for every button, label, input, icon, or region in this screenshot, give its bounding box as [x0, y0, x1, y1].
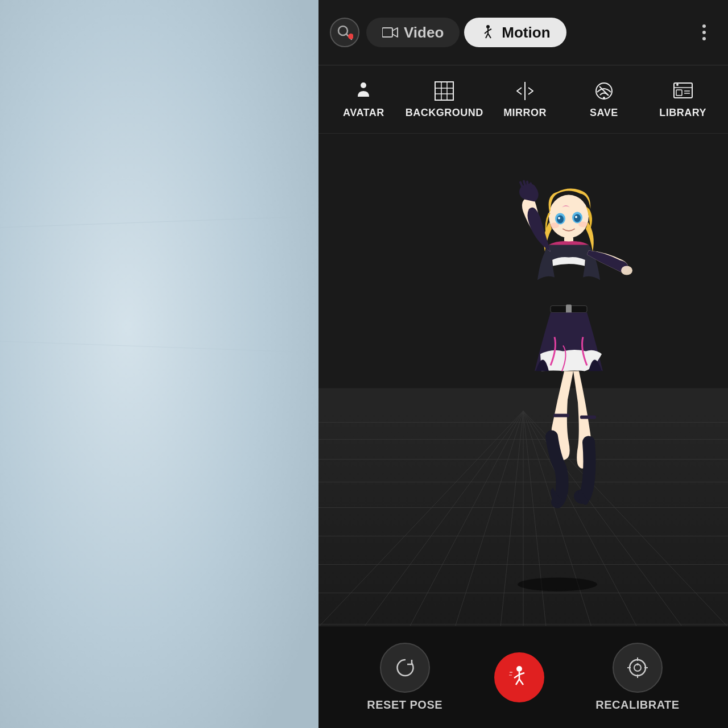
record-button[interactable]: [494, 652, 544, 702]
svg-point-58: [557, 216, 564, 224]
svg-rect-0: [0, 0, 318, 728]
mirror-label: MIRROR: [503, 107, 547, 119]
recalibrate-circle: [613, 643, 663, 693]
svg-rect-15: [435, 82, 453, 100]
record-icon: [505, 663, 533, 692]
recalibrate-label: RECALIBRATE: [595, 698, 679, 712]
avatar-tool[interactable]: AVATAR: [324, 74, 403, 125]
svg-line-12: [486, 34, 488, 38]
save-tool[interactable]: SAVE: [565, 74, 644, 125]
tab-video[interactable]: Video: [366, 18, 460, 47]
background-label: BACKGROUND: [406, 107, 483, 119]
svg-point-22: [603, 97, 605, 99]
svg-point-59: [574, 214, 581, 222]
svg-point-5: [348, 34, 353, 39]
svg-rect-6: [382, 28, 392, 37]
svg-point-60: [558, 217, 560, 220]
avatar-icon: [352, 80, 375, 102]
mirror-icon: [514, 80, 536, 102]
svg-rect-73: [553, 414, 569, 417]
library-icon: [672, 80, 694, 102]
svg-line-78: [519, 673, 524, 675]
svg-point-14: [361, 82, 366, 88]
svg-rect-74: [580, 416, 596, 419]
tab-group: Video Motion: [366, 18, 685, 47]
svg-rect-29: [318, 134, 728, 417]
library-tool[interactable]: LIBRARY: [643, 74, 722, 125]
library-label: LIBRARY: [659, 107, 706, 119]
svg-point-52: [518, 578, 597, 592]
svg-line-13: [488, 34, 491, 38]
viewport-panel: Video Motion: [318, 0, 728, 728]
toolbar: AVATAR BACKGROUND MIRROR: [318, 65, 728, 134]
svg-point-89: [636, 663, 639, 665]
search-button[interactable]: [330, 18, 359, 47]
save-label: SAVE: [590, 107, 618, 119]
svg-point-63: [578, 222, 588, 228]
svg-point-8: [486, 25, 490, 28]
recalibrate-icon: [625, 655, 650, 680]
background-icon: [433, 80, 456, 102]
tab-video-label: Video: [404, 24, 444, 42]
svg-point-75: [516, 666, 522, 672]
svg-line-79: [516, 679, 519, 685]
svg-point-55: [549, 195, 589, 238]
svg-point-61: [575, 216, 577, 218]
3d-viewport[interactable]: [318, 134, 728, 626]
motion-icon: [480, 24, 496, 40]
reset-pose-circle: [380, 643, 430, 693]
save-icon: [593, 80, 615, 102]
tab-motion-label: Motion: [502, 24, 550, 42]
svg-rect-66: [566, 305, 572, 314]
reset-icon: [392, 655, 417, 680]
camera-background: [0, 0, 318, 728]
mirror-tool[interactable]: MIRROR: [486, 74, 565, 125]
video-icon: [382, 26, 398, 39]
tab-motion[interactable]: Motion: [464, 18, 566, 47]
svg-line-80: [519, 679, 523, 685]
svg-rect-25: [676, 90, 682, 96]
svg-point-83: [630, 660, 646, 676]
reset-pose-button[interactable]: RESET POSE: [367, 643, 442, 712]
svg-point-28: [676, 84, 679, 86]
svg-point-62: [550, 223, 559, 229]
recalibrate-button[interactable]: RECALIBRATE: [595, 643, 679, 712]
search-icon: [336, 24, 353, 41]
svg-line-77: [514, 675, 519, 678]
svg-line-70: [527, 182, 528, 186]
svg-point-67: [519, 185, 531, 199]
more-options-icon: [702, 24, 706, 40]
svg-line-69: [524, 181, 525, 185]
bottom-bar: RESET POSE: [318, 626, 728, 728]
top-bar: Video Motion: [318, 0, 728, 65]
background-tool[interactable]: BACKGROUND: [403, 74, 486, 125]
camera-feed-panel: [0, 0, 318, 728]
svg-point-72: [621, 266, 632, 275]
more-options-button[interactable]: [692, 20, 717, 45]
avatar-label: AVATAR: [343, 107, 384, 119]
svg-marker-7: [392, 28, 398, 37]
reset-pose-label: RESET POSE: [367, 698, 442, 712]
grid-floor-svg: [318, 134, 728, 626]
record-circle: [494, 652, 544, 702]
svg-line-68: [520, 183, 522, 187]
